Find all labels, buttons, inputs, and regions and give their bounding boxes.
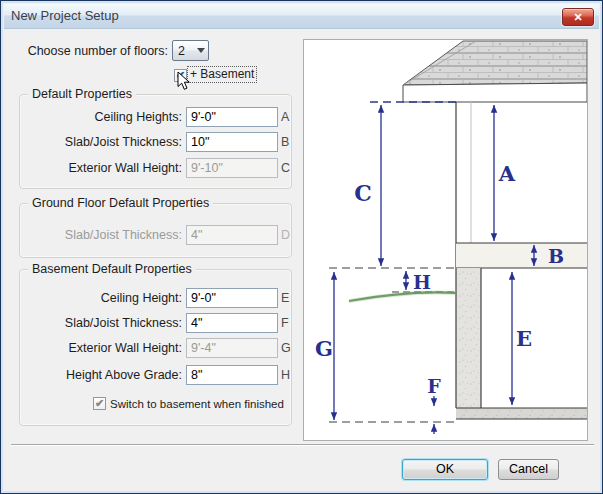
floors-dropdown[interactable]: 2 — [172, 40, 209, 61]
dim-letter-b: B — [281, 132, 297, 152]
dim-letter-c: C — [281, 158, 297, 178]
ground-slab-joist-label: Slab/Joist Thickness: — [31, 225, 182, 245]
diagram-label-g: G — [315, 336, 333, 361]
dim-letter-h: H — [281, 365, 297, 385]
switch-to-basement-checkbox[interactable]: ✔ — [93, 397, 106, 410]
switch-to-basement-label[interactable]: Switch to basement when finished — [110, 397, 284, 412]
basement-wall — [456, 268, 481, 408]
basement-ceiling-height-field[interactable] — [186, 288, 278, 308]
window-title: New Project Setup — [11, 8, 119, 23]
diagram-label-e: E — [516, 326, 532, 351]
slab-joist-thickness-field[interactable] — [186, 132, 278, 152]
diagram-label-h: H — [413, 271, 431, 293]
exterior-wall-height-field — [186, 158, 278, 178]
bottom-slab — [456, 408, 587, 419]
exterior-wall-height-label: Exterior Wall Height: — [31, 158, 182, 178]
basement-exterior-wall-field — [186, 338, 278, 358]
ground-slab-joist-field — [186, 225, 278, 245]
diagram-label-f: F — [427, 375, 441, 397]
dim-letter-d: D — [281, 225, 297, 245]
basement-exterior-wall-label: Exterior Wall Height: — [31, 338, 182, 358]
basement-slab-joist-label: Slab/Joist Thickness: — [31, 313, 182, 333]
top-slab — [403, 41, 587, 102]
slab-joist-thickness-label: Slab/Joist Thickness: — [31, 132, 182, 152]
ok-button[interactable]: OK — [402, 459, 488, 480]
grade-line — [349, 292, 456, 301]
floor-slab-b — [456, 243, 587, 268]
close-icon: ✕ — [573, 11, 582, 23]
dim-letter-a: A — [281, 107, 297, 127]
dim-letter-e: E — [281, 288, 297, 308]
group-basement-title: Basement Default Properties — [28, 262, 196, 276]
basement-checkbox[interactable]: ✔ — [174, 69, 187, 82]
close-button[interactable]: ✕ — [562, 8, 594, 26]
title-bar[interactable]: New Project Setup ✕ — [4, 4, 599, 29]
ceiling-heights-field[interactable] — [186, 107, 278, 127]
diagram-panel: C A B E G H F — [303, 39, 588, 441]
new-project-setup-dialog: New Project Setup ✕ Choose number of flo… — [0, 0, 603, 494]
cancel-button-label: Cancel — [509, 462, 548, 476]
footer-divider — [11, 444, 594, 446]
cross-section-diagram: C A B E G H F — [304, 40, 587, 440]
diagram-label-c: C — [354, 180, 372, 206]
dashed-reference-lines — [329, 102, 456, 422]
basement-ceiling-height-label: Ceiling Height: — [31, 288, 182, 308]
height-above-grade-label: Height Above Grade: — [31, 365, 182, 385]
height-above-grade-field[interactable] — [186, 365, 278, 385]
cancel-button[interactable]: Cancel — [498, 459, 559, 480]
ceiling-heights-label: Ceiling Heights: — [31, 107, 182, 127]
basement-slab-joist-field[interactable] — [186, 313, 278, 333]
floors-value: 2 — [178, 44, 197, 58]
diagram-label-a: A — [498, 161, 516, 186]
group-default-title: Default Properties — [28, 87, 136, 101]
dimension-letters: C A B E G H F — [315, 161, 564, 397]
basement-checkbox-label[interactable]: + Basement — [188, 67, 256, 82]
dim-letter-g: G — [281, 338, 297, 358]
floors-label: Choose number of floors: — [21, 41, 168, 61]
diagram-label-b: B — [548, 245, 564, 267]
chevron-down-icon — [197, 48, 205, 53]
ok-button-label: OK — [436, 462, 454, 476]
group-ground-title: Ground Floor Default Properties — [28, 196, 213, 210]
dim-letter-f: F — [281, 313, 297, 333]
